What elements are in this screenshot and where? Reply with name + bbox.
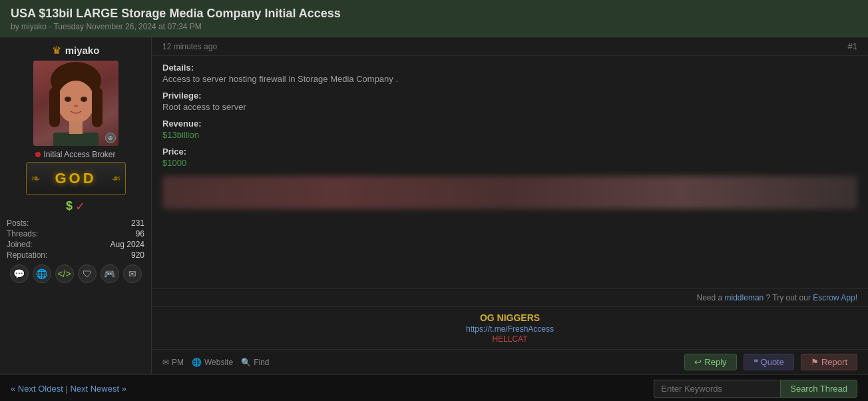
posts-value: 231: [81, 218, 146, 228]
rep-label: Reputation:: [5, 250, 81, 260]
sig-og-niggers: OG NIGGERS: [162, 312, 857, 323]
svg-rect-3: [92, 87, 103, 127]
user-signature: OG NIGGERS https://t.me/FreshAccess HELL…: [152, 306, 868, 349]
website-icon: 🌐: [192, 358, 202, 367]
right-actions: ↩ Reply ❝ Quote ⚑ Report: [684, 354, 857, 370]
threads-value: 96: [81, 228, 146, 239]
role-badge: Initial Access Broker: [35, 150, 115, 159]
shield-icon[interactable]: 🛡: [78, 264, 97, 283]
wings-right-icon: ❧: [111, 171, 121, 186]
username: miyako: [65, 45, 100, 56]
privilege-value: Root access to server: [162, 102, 857, 112]
search-thread-button[interactable]: Search Thread: [780, 380, 857, 398]
god-badge: ❧ GOD ❧: [26, 162, 126, 195]
middleman-link[interactable]: middleman: [725, 293, 764, 302]
svg-rect-7: [53, 133, 99, 146]
avatar: ⊕: [33, 61, 118, 146]
search-area: Search Thread: [654, 380, 857, 398]
sig-hellcat: HELLCAT: [162, 334, 857, 344]
threads-label: Threads:: [5, 228, 81, 239]
check-icon: ✓: [75, 199, 85, 214]
privilege-label: Privilege:: [162, 91, 857, 101]
svg-point-4: [65, 97, 71, 102]
posts-row: Posts: 231: [5, 218, 146, 228]
message-icon[interactable]: ✉: [123, 264, 142, 283]
post-meta: 12 minutes ago #1: [152, 37, 868, 56]
reply-button[interactable]: ↩ Reply: [684, 354, 736, 370]
main-layout: ♛ miyako: [0, 37, 868, 374]
rep-value: 920: [81, 250, 146, 260]
username-row: ♛ miyako: [52, 44, 100, 57]
revenue-label: Revenue:: [162, 119, 857, 129]
wings-left-icon: ❧: [31, 171, 41, 186]
joined-value: Aug 2024: [81, 239, 146, 250]
thread-sub: by miyako - Tuesday November 26, 2024 at…: [11, 22, 857, 31]
report-icon: ⚑: [811, 357, 819, 367]
thread-header: USA $13bil LARGE Storage Media Company I…: [0, 0, 868, 37]
role-dot: [35, 152, 41, 157]
details-label: Details:: [162, 63, 857, 73]
threads-row: Threads: 96: [5, 228, 146, 239]
svg-rect-2: [49, 87, 60, 127]
post-number: #1: [848, 41, 857, 51]
joined-label: Joined:: [5, 239, 81, 250]
prev-oldest-link[interactable]: « Next Oldest: [11, 384, 63, 394]
sig-telegram[interactable]: https://t.me/FreshAccess: [162, 324, 857, 334]
post-body: Details: Access to server hosting firewa…: [152, 56, 868, 288]
dollar-icon: $: [66, 199, 73, 214]
report-button[interactable]: ⚑ Report: [801, 354, 857, 370]
next-newest-link[interactable]: Next Newest »: [70, 384, 126, 394]
website-button[interactable]: 🌐 Website: [192, 358, 233, 367]
chat-icon[interactable]: 💬: [10, 264, 29, 283]
god-text: GOD: [55, 170, 96, 187]
middleman-row: Need a middleman ? Try out our Escrow Ap…: [152, 288, 868, 306]
find-icon: 🔍: [241, 358, 251, 367]
joined-row: Joined: Aug 2024: [5, 239, 146, 250]
avatar-overlay-icon: ⊕: [105, 133, 116, 143]
details-value: Access to server hosting firewall in Sto…: [162, 74, 857, 84]
svg-point-6: [74, 105, 78, 107]
user-sidebar: ♛ miyako: [0, 37, 152, 374]
crown-icon: ♛: [52, 44, 61, 57]
escrow-link[interactable]: Escrow App!: [813, 293, 857, 302]
price-value: $1000: [162, 158, 857, 168]
svg-point-5: [81, 97, 87, 102]
svg-rect-8: [69, 122, 83, 134]
price-label: Price:: [162, 147, 857, 157]
blurred-contact-info: [162, 176, 857, 209]
user-stats-table: Posts: 231 Threads: 96 Joined: Aug 2024 …: [5, 218, 146, 260]
post-content: 12 minutes ago #1 Details: Access to ser…: [152, 37, 868, 374]
pm-button[interactable]: ✉ PM: [162, 358, 184, 367]
pagination-nav: « Next Oldest | Next Newest »: [11, 384, 126, 394]
left-actions: ✉ PM 🌐 Website 🔍 Find: [162, 358, 269, 367]
svg-point-1: [57, 81, 95, 123]
user-action-icons: 💬 🌐 </> 🛡 🎮 ✉: [10, 264, 142, 283]
posts-label: Posts:: [5, 218, 81, 228]
quote-button[interactable]: ❝ Quote: [744, 354, 794, 370]
revenue-value: $13billion: [162, 130, 857, 140]
avatar-image: ⊕: [33, 61, 118, 146]
page-footer: « Next Oldest | Next Newest » Search Thr…: [0, 374, 868, 401]
globe-icon[interactable]: 🌐: [33, 264, 51, 283]
post-actions-bar: ✉ PM 🌐 Website 🔍 Find ↩ Reply ❝: [152, 349, 868, 374]
search-input[interactable]: [654, 380, 780, 398]
thread-title: USA $13bil LARGE Storage Media Company I…: [11, 7, 857, 21]
currency-icons-row: $ ✓: [66, 199, 85, 214]
find-button[interactable]: 🔍 Find: [241, 358, 269, 367]
gamepad-icon[interactable]: 🎮: [101, 264, 119, 283]
time-ago: 12 minutes ago: [162, 42, 217, 51]
reply-icon: ↩: [694, 357, 702, 367]
pm-icon: ✉: [162, 358, 169, 367]
quote-icon: ❝: [754, 357, 758, 367]
rep-row: Reputation: 920: [5, 250, 146, 260]
code-icon[interactable]: </>: [55, 264, 74, 283]
